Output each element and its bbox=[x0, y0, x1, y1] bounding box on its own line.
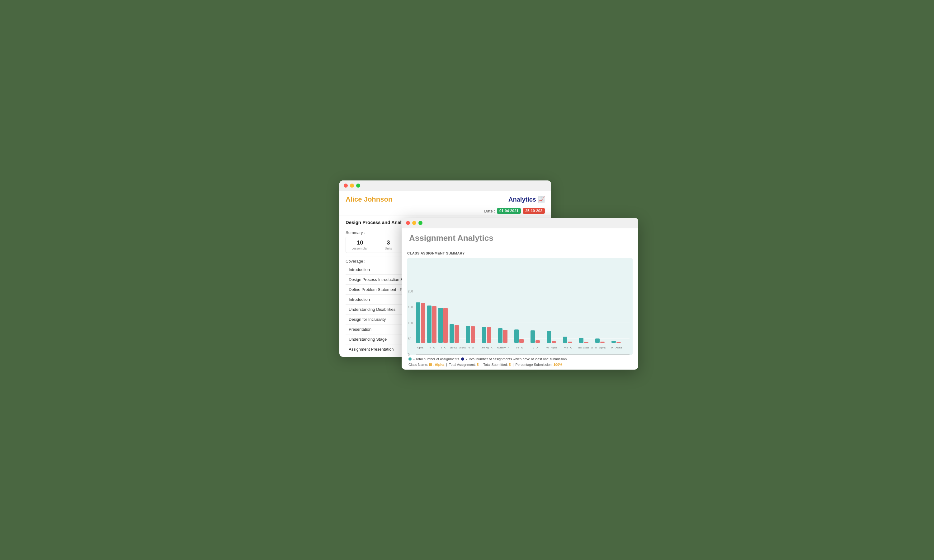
date-row: Date : 01-04-2021 25-10-202 bbox=[339, 206, 551, 216]
svg-rect-6 bbox=[450, 324, 454, 343]
svg-text:II - Alpha: II - Alpha bbox=[416, 346, 424, 349]
svg-text:I - A: I - A bbox=[441, 346, 446, 349]
svg-text:III - Alpha: III - Alpha bbox=[595, 346, 606, 349]
assignment-analytics-title: Assignment Analytics bbox=[409, 233, 631, 243]
svg-text:Jnr Kg - A: Jnr Kg - A bbox=[481, 346, 493, 349]
svg-rect-2 bbox=[427, 306, 432, 343]
analytics-title: Analytics 📈 bbox=[509, 196, 545, 203]
chart-container: CLASS ASSIGNMENT SUMMARY 200 150 100 50 … bbox=[402, 247, 638, 369]
svg-text:IV - A: IV - A bbox=[468, 346, 474, 349]
info-class-name: III - Alpha bbox=[429, 363, 444, 366]
svg-rect-0 bbox=[416, 302, 420, 343]
svg-rect-20 bbox=[563, 337, 567, 343]
svg-rect-24 bbox=[595, 338, 600, 343]
svg-text:II - A: II - A bbox=[430, 346, 435, 349]
svg-rect-9 bbox=[471, 326, 475, 343]
chart-area: 200 150 100 50 0 bbox=[407, 258, 633, 355]
svg-rect-25 bbox=[600, 342, 605, 343]
svg-rect-3 bbox=[432, 306, 436, 343]
user-name: Alice Johnson bbox=[345, 195, 392, 203]
svg-text:VIII - A: VIII - A bbox=[564, 346, 572, 349]
svg-rect-17 bbox=[535, 340, 540, 343]
summary-cell-1: 10 Lesson plan bbox=[346, 237, 374, 252]
svg-rect-27 bbox=[617, 342, 621, 343]
front-window: Assignment Analytics CLASS ASSIGNMENT SU… bbox=[402, 218, 638, 369]
svg-rect-11 bbox=[487, 327, 491, 343]
legend-dot-navy bbox=[461, 357, 464, 361]
legend-text-2: - Total number of assignments which have… bbox=[466, 357, 567, 361]
svg-rect-13 bbox=[503, 330, 507, 343]
svg-rect-19 bbox=[552, 341, 556, 343]
svg-rect-1 bbox=[421, 303, 425, 343]
svg-rect-10 bbox=[482, 327, 486, 343]
date-badge-end: 25-10-202 bbox=[523, 208, 545, 214]
bar-chart-svg: II - Alpha II - A I - A Snr Kg - Alpha I… bbox=[416, 281, 634, 349]
svg-rect-15 bbox=[519, 339, 524, 343]
analytics-icon: 📈 bbox=[538, 196, 545, 203]
svg-rect-18 bbox=[547, 331, 551, 343]
front-yellow-dot[interactable] bbox=[412, 221, 416, 225]
summary-cell-2: 3 Units bbox=[374, 237, 402, 252]
info-total-submitted: 5 bbox=[509, 363, 510, 366]
yellow-dot[interactable] bbox=[350, 183, 354, 188]
svg-text:VII - A: VII - A bbox=[516, 346, 523, 349]
svg-text:Test Class - A: Test Class - A bbox=[578, 346, 593, 349]
green-dot[interactable] bbox=[356, 183, 360, 188]
svg-text:V - A: V - A bbox=[533, 346, 538, 349]
info-percentage: 100% bbox=[553, 363, 562, 366]
front-green-dot[interactable] bbox=[418, 221, 422, 225]
svg-text:Snr Kg - Alpha: Snr Kg - Alpha bbox=[450, 346, 466, 349]
svg-rect-7 bbox=[455, 325, 459, 343]
svg-rect-21 bbox=[568, 342, 572, 343]
red-dot[interactable] bbox=[344, 183, 348, 188]
svg-rect-4 bbox=[438, 308, 443, 343]
svg-rect-12 bbox=[498, 328, 502, 343]
front-red-dot[interactable] bbox=[406, 221, 410, 225]
front-title-bar bbox=[402, 218, 638, 228]
svg-rect-23 bbox=[584, 342, 589, 343]
svg-rect-26 bbox=[612, 341, 616, 343]
svg-rect-22 bbox=[579, 338, 583, 343]
front-header: Assignment Analytics bbox=[402, 228, 638, 247]
chart-title: CLASS ASSIGNMENT SUMMARY bbox=[407, 251, 633, 255]
date-badge-start: 01-04-2021 bbox=[497, 208, 521, 214]
svg-rect-16 bbox=[530, 331, 535, 343]
legend-dot-teal bbox=[408, 357, 412, 361]
svg-rect-14 bbox=[514, 329, 519, 343]
svg-text:Nursery - A: Nursery - A bbox=[497, 346, 510, 349]
svg-rect-8 bbox=[466, 326, 470, 343]
legend-text-1: - Total number of assignments bbox=[413, 357, 459, 361]
back-header: Alice Johnson Analytics 📈 bbox=[339, 191, 551, 206]
legend-row: - Total number of assignments - Total nu… bbox=[407, 357, 633, 361]
back-title-bar bbox=[339, 180, 551, 191]
svg-rect-5 bbox=[443, 308, 448, 343]
info-row: Class Name: III - Alpha | Total Assignme… bbox=[407, 363, 633, 366]
svg-text:IX - Alpha: IX - Alpha bbox=[611, 346, 622, 349]
info-total-assignment: 5 bbox=[477, 363, 479, 366]
svg-text:VI - Alpha: VI - Alpha bbox=[546, 346, 557, 349]
